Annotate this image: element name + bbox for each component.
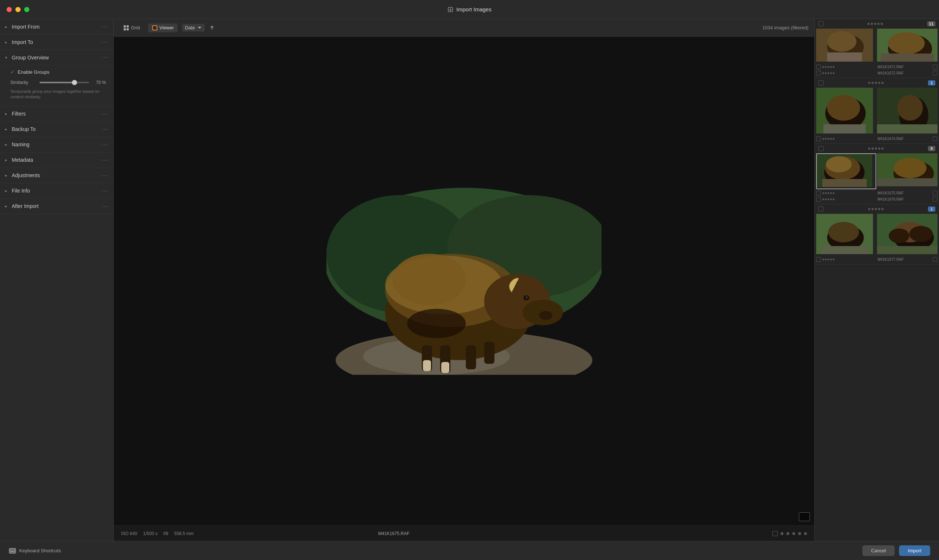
group-select-checkbox[interactable] xyxy=(818,21,824,26)
group-select-checkbox[interactable] xyxy=(818,80,824,85)
sidebar-item-backup-to[interactable]: Backup To ··· xyxy=(0,122,113,137)
film-select-end-checkbox[interactable] xyxy=(933,197,937,202)
group-select-checkbox[interactable] xyxy=(818,146,824,151)
sidebar-item-import-to[interactable]: Import To ··· xyxy=(0,34,113,50)
rating-dot[interactable] xyxy=(780,532,784,535)
viewer-view-button[interactable]: Viewer xyxy=(148,23,178,32)
maximize-button[interactable] xyxy=(24,7,29,12)
chevron-right-icon xyxy=(5,25,9,29)
rating-dot xyxy=(868,208,870,210)
film-rating-dots xyxy=(822,72,876,74)
film-select-checkbox[interactable] xyxy=(816,71,821,75)
svg-point-39 xyxy=(827,95,860,121)
rating-dot xyxy=(871,82,874,84)
keyboard-shortcuts-button[interactable]: Keyboard Shortcuts xyxy=(9,548,61,554)
file-info-label: File Info xyxy=(12,188,30,194)
sidebar-item-file-info[interactable]: File Info ··· xyxy=(0,183,113,199)
options-dots[interactable]: ··· xyxy=(102,141,108,149)
sidebar-item-metadata[interactable]: Metadata ··· xyxy=(0,152,113,168)
cancel-button[interactable]: Cancel xyxy=(862,545,894,556)
sidebar-item-import-from[interactable]: Import From ··· xyxy=(0,19,113,34)
film-select-end-checkbox[interactable] xyxy=(933,65,937,69)
rating-dot xyxy=(828,138,829,140)
rating-dot xyxy=(881,148,884,150)
film-select-end-checkbox[interactable] xyxy=(933,191,937,195)
film-thumbnail[interactable] xyxy=(877,153,937,189)
film-thumbnail[interactable] xyxy=(816,88,876,135)
svg-point-23 xyxy=(407,309,466,338)
date-selector[interactable]: Date xyxy=(182,24,204,32)
film-select-end-checkbox[interactable] xyxy=(933,257,937,262)
film-thumbnail[interactable] xyxy=(877,88,937,135)
rating-dot[interactable] xyxy=(798,532,801,535)
svg-rect-24 xyxy=(423,360,431,371)
backup-to-label: Backup To xyxy=(12,126,35,132)
similarity-slider[interactable] xyxy=(40,82,89,83)
options-dots[interactable]: ··· xyxy=(102,202,108,210)
options-dots[interactable]: ··· xyxy=(102,187,108,195)
film-info-row: M41K1676.RAF xyxy=(815,196,939,202)
import-from-label: Import From xyxy=(12,24,40,30)
rating-dot xyxy=(822,192,824,194)
sort-ascending-button[interactable] xyxy=(209,25,215,31)
options-dots[interactable]: ··· xyxy=(102,23,108,31)
rating-dot xyxy=(828,66,829,68)
grid-view-button[interactable]: Grid xyxy=(120,23,144,32)
group-select-checkbox[interactable] xyxy=(818,206,824,212)
film-thumbnail[interactable] xyxy=(877,29,937,63)
thumb-image xyxy=(877,88,937,134)
film-group-header-2: 1 xyxy=(815,78,939,87)
film-select-checkbox[interactable] xyxy=(816,191,821,195)
chevron-right-icon xyxy=(5,142,9,147)
window-title: Import Images xyxy=(448,6,491,12)
film-filename: M41K1674.RAF xyxy=(878,137,932,141)
options-dots[interactable]: ··· xyxy=(102,156,108,164)
rating-dot[interactable] xyxy=(787,532,789,535)
film-select-checkbox[interactable] xyxy=(816,137,821,141)
svg-rect-69 xyxy=(11,551,14,552)
sidebar-item-naming[interactable]: Naming ··· xyxy=(0,137,113,152)
select-checkbox[interactable] xyxy=(773,531,777,536)
film-thumbnail[interactable] xyxy=(816,29,876,63)
import-button[interactable]: Import xyxy=(899,545,930,556)
sidebar-item-group-overview[interactable]: Group Overview ··· xyxy=(0,50,113,65)
svg-rect-21 xyxy=(466,345,476,369)
svg-rect-53 xyxy=(877,178,937,186)
sidebar-item-filters[interactable]: Filters ··· xyxy=(0,106,113,122)
rating-dot xyxy=(833,72,834,74)
right-panel: 11 xyxy=(814,19,939,541)
svg-point-48 xyxy=(826,156,852,172)
rating-dot xyxy=(875,148,877,150)
options-dots[interactable]: ··· xyxy=(102,38,108,46)
minimize-button[interactable] xyxy=(15,7,20,12)
slider-thumb[interactable] xyxy=(72,80,77,85)
similarity-value: 70 % xyxy=(93,80,106,85)
group-count: 11 xyxy=(927,21,935,26)
window-controls xyxy=(6,7,29,12)
options-dots[interactable]: ··· xyxy=(102,110,108,118)
similarity-row: Similarity 70 % xyxy=(10,80,106,85)
rating-dot xyxy=(822,138,824,140)
film-thumbnail[interactable] xyxy=(877,214,937,255)
rating-dot[interactable] xyxy=(804,532,807,535)
group-rating-dots xyxy=(826,82,926,84)
options-dots[interactable]: ··· xyxy=(102,125,108,133)
film-select-end-checkbox[interactable] xyxy=(933,71,937,75)
zoom-indicator[interactable] xyxy=(799,512,810,521)
film-select-checkbox[interactable] xyxy=(816,197,821,202)
sidebar-item-after-import[interactable]: After Import ··· xyxy=(0,199,113,214)
aperture-info: f/8 xyxy=(163,531,168,536)
close-button[interactable] xyxy=(6,7,12,12)
film-select-checkbox[interactable] xyxy=(816,65,821,69)
options-dots[interactable]: ··· xyxy=(102,172,108,179)
film-group-3: 8 xyxy=(815,144,939,204)
options-dots[interactable]: ··· xyxy=(102,54,108,61)
rating-dot[interactable] xyxy=(792,532,795,535)
film-thumbnail-selected[interactable] xyxy=(816,153,876,189)
svg-rect-66 xyxy=(12,550,13,551)
film-thumbnail[interactable] xyxy=(816,214,876,255)
sidebar-item-adjustments[interactable]: Adjustments ··· xyxy=(0,168,113,183)
title-bar: Import Images xyxy=(0,0,939,19)
film-select-checkbox[interactable] xyxy=(816,257,821,262)
film-select-end-checkbox[interactable] xyxy=(933,137,937,141)
